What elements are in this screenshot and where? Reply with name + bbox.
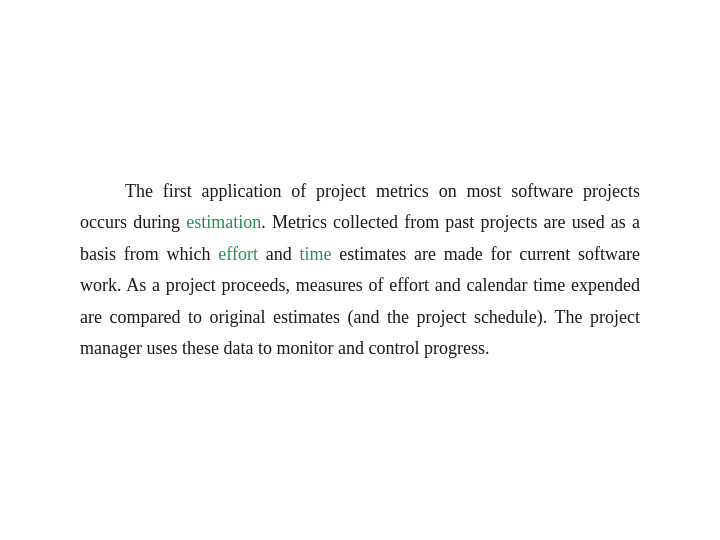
text-effort: effort: [218, 244, 258, 264]
text-estimation: estimation: [186, 212, 261, 232]
main-content: The first application of project metrics…: [60, 136, 660, 405]
text-time: time: [300, 244, 332, 264]
main-paragraph: The first application of project metrics…: [80, 176, 640, 365]
text-and: and: [258, 244, 300, 264]
